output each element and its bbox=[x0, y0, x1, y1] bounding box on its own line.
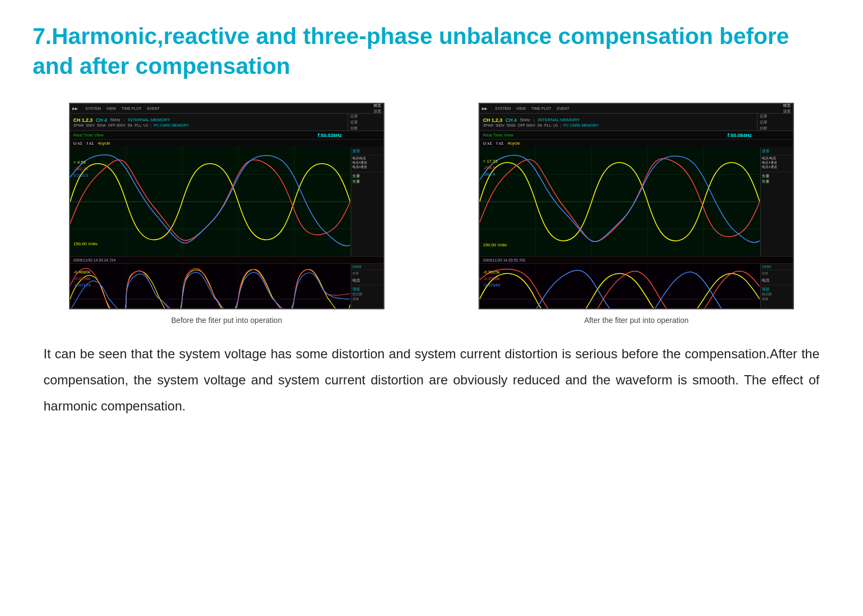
left-sb-list: 清单 bbox=[352, 297, 382, 302]
left-sb-power1: 功率 bbox=[352, 271, 382, 276]
left-sb-s4: 记录 bbox=[350, 120, 380, 125]
right-vdiv: 150.00 V/div bbox=[483, 242, 507, 247]
left-sb-vector2: 矢量 bbox=[352, 179, 382, 184]
right-sa: 5A bbox=[537, 123, 542, 127]
left-freq-set: 50Hz bbox=[110, 117, 121, 122]
right-image-block: ▶▶ SYSTEM VIEW TIME PLOT EVENT 状态 设置 CH … bbox=[443, 103, 831, 325]
left-v3: V.263.0 bbox=[73, 173, 88, 178]
right-realtime: Real Time View bbox=[483, 133, 513, 138]
right-waveform-svg: = 17.33 -264.8 -264.8 150.00 V/div bbox=[480, 147, 760, 256]
left-v1: = 4.59 bbox=[73, 160, 86, 165]
left-menu-view: VIEW bbox=[107, 107, 116, 110]
right-timestamp: 2009/11/30 14:20:52.700 bbox=[483, 258, 525, 262]
left-ix1: I x1 bbox=[86, 141, 94, 146]
left-sb-vch: 电压4通道 bbox=[352, 161, 382, 165]
left-sb-vcurr: 电压/电流 bbox=[352, 157, 382, 161]
body-text: It can be seen that the system voltage h… bbox=[33, 341, 830, 419]
right-pll: PLL: U1 bbox=[544, 123, 558, 127]
left-sa: 5A bbox=[128, 123, 133, 127]
right-current-svg: -0.3925k -0.3598k -0.47949 250.00 A/div bbox=[480, 264, 760, 309]
left-waveform-area: = 4.59 -282.24 V.263.0 150.00 V/div 波形 电… bbox=[70, 147, 383, 256]
left-phase: 3P4W bbox=[73, 123, 84, 127]
right-ix1: I x1 bbox=[496, 141, 504, 146]
left-volt: 300V bbox=[86, 123, 95, 127]
right-sb-vector1: 矢量 bbox=[762, 172, 792, 179]
right-sb-vector2: 矢量 bbox=[762, 179, 792, 184]
left-a3: -0.47174 bbox=[73, 283, 91, 288]
left-freq-val: f:50.026Hz bbox=[318, 133, 342, 138]
right-sb-power1: 功率 bbox=[762, 271, 792, 276]
right-sb-dmm: DMM bbox=[762, 265, 792, 270]
left-mem: INTERNAL MEMORY bbox=[128, 117, 170, 122]
right-sb-s1: 状态 bbox=[783, 103, 791, 108]
right-pccard: PC CARD MEMORY bbox=[563, 123, 599, 127]
left-sb-harm: 谐波 bbox=[352, 285, 382, 292]
right-menu-timeplot: TIME PLOT bbox=[531, 107, 551, 110]
left-vdiv: 150.00 V/div bbox=[73, 241, 97, 246]
right-ch4: CH 4 bbox=[506, 117, 517, 123]
left-image-block: ▶▶ SYSTEM VIEW TIME PLOT EVENT 状态 设置 CH … bbox=[33, 103, 421, 325]
images-row: ▶▶ SYSTEM VIEW TIME PLOT EVENT 状态 设置 CH … bbox=[33, 103, 830, 325]
right-sb-status: 状态图 bbox=[762, 292, 792, 297]
right-sb-s5: 分析 bbox=[760, 126, 790, 131]
left-sb-s1: 状态 bbox=[374, 103, 381, 108]
left-image-label: Before the fiter put into operation bbox=[171, 316, 282, 325]
left-current-area: -0.4680k -0.3294k -0.47174 250.00 A/div … bbox=[70, 264, 383, 309]
right-freq-set: 50Hz bbox=[520, 117, 530, 122]
right-menu-event: EVENT bbox=[557, 107, 569, 110]
left-pccard: PC CARD MEMORY bbox=[154, 123, 189, 127]
right-curr: 500A bbox=[507, 123, 516, 127]
right-sb-list: 清单 bbox=[762, 297, 792, 302]
left-realtime: Real Time View bbox=[73, 133, 103, 138]
left-sb-ich: 电流4通道 bbox=[352, 165, 382, 170]
right-volt: 300V bbox=[495, 123, 504, 127]
right-current-area: -0.3925k -0.3598k -0.47949 250.00 A/div … bbox=[480, 264, 793, 309]
left-curr: 500A bbox=[97, 123, 105, 127]
left-ux1: U x1 bbox=[73, 141, 82, 146]
left-cycle: 4cycle bbox=[98, 141, 110, 146]
right-a1: -0.3925k bbox=[483, 270, 500, 275]
right-sb-harm: 谐波 bbox=[762, 285, 792, 292]
right-cycle: 4cycle bbox=[508, 141, 520, 146]
right-menu-view: VIEW bbox=[516, 107, 526, 110]
left-sb-s5: 分析 bbox=[350, 126, 380, 131]
left-ch123: CH 1,2,3 bbox=[73, 117, 93, 123]
left-a1: -0.4680k bbox=[73, 270, 91, 275]
left-ch4: CH 4 bbox=[96, 117, 107, 123]
right-sb-ich: 电流4通道 bbox=[762, 165, 792, 170]
right-v1: = 17.33 bbox=[483, 159, 498, 164]
right-v3: -264.8 bbox=[483, 172, 495, 177]
left-pll: PLL: U1 bbox=[134, 123, 148, 127]
left-oscilloscope: ▶▶ SYSTEM VIEW TIME PLOT EVENT 状态 设置 CH … bbox=[69, 103, 384, 309]
right-sb-s3: 记录 bbox=[760, 114, 790, 119]
right-sb-wave: 波形 bbox=[762, 148, 792, 155]
left-a2: -0.3294k bbox=[73, 276, 91, 281]
left-v2: -282.24 bbox=[73, 166, 89, 171]
left-waveform-svg: = 4.59 -282.24 V.263.0 150.00 V/div bbox=[70, 147, 350, 256]
left-sb-dmm: DMM bbox=[352, 265, 382, 270]
left-offvolt: OFF 600V bbox=[108, 123, 126, 127]
left-sb-status: 状态图 bbox=[352, 292, 382, 297]
left-menu-system: SYSTEM bbox=[85, 107, 101, 110]
right-mem: INTERNAL MEMORY bbox=[538, 117, 580, 122]
left-sb-curr2: 电流 bbox=[352, 278, 382, 283]
right-v2: -264.8 bbox=[483, 165, 495, 170]
right-phase: 3P4W bbox=[483, 123, 493, 127]
right-freq-val: f:50.084Hz bbox=[728, 133, 752, 138]
left-current-svg: -0.4680k -0.3294k -0.47174 250.00 A/div bbox=[70, 264, 350, 309]
right-ux1: U x1 bbox=[483, 141, 492, 146]
right-sb-vch: 电压4通道 bbox=[762, 161, 792, 165]
right-image-label: After the fiter put into operation bbox=[584, 316, 688, 325]
right-menu-system: SYSTEM bbox=[495, 107, 511, 110]
right-offvolt: OFF 600V bbox=[518, 123, 535, 127]
right-sb-vcurr: 电压/电流 bbox=[762, 157, 792, 161]
right-waveform-area: = 17.33 -264.8 -264.8 150.00 V/div 波形 电压… bbox=[480, 147, 793, 256]
left-sb-wave: 波形 bbox=[352, 148, 382, 155]
left-timestamp: 2009/11/30 14:33:24.724 bbox=[73, 258, 116, 262]
right-ch123: CH 1,2,3 bbox=[483, 117, 502, 123]
left-sb-vector1: 矢量 bbox=[352, 172, 382, 179]
left-menu-timeplot: TIME PLOT bbox=[121, 107, 141, 110]
left-sb-s3: 记录 bbox=[350, 114, 380, 119]
page-title: 7.Harmonic,reactive and three-phase unba… bbox=[33, 22, 830, 81]
left-menu-event: EVENT bbox=[147, 107, 159, 110]
